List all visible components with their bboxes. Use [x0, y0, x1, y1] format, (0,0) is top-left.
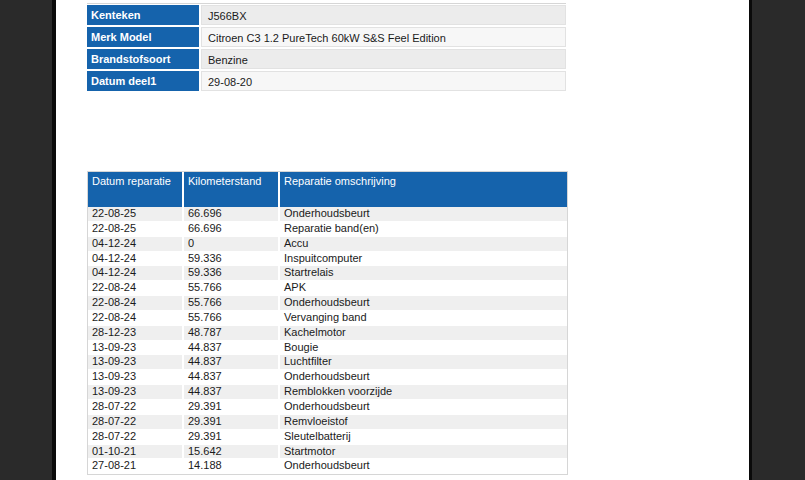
table-row: 13-09-2344.837Luchtfilter [88, 355, 567, 370]
cell-description: Onderhoudsbeurt [280, 459, 567, 473]
cell-description: Onderhoudsbeurt [280, 296, 567, 310]
cell-description: Inspuitcomputer [280, 252, 567, 266]
cell-date: 28-12-23 [88, 326, 184, 340]
info-label-merk-model: Merk Model [87, 27, 199, 47]
column-header-reparatie-omschrijving: Reparatie omschrijving [280, 172, 567, 207]
cell-odometer: 44.837 [184, 341, 280, 355]
cell-date: 22-08-24 [88, 281, 184, 295]
info-row: Merk Model Citroen C3 1.2 PureTech 60kW … [87, 27, 566, 47]
cell-odometer: 29.391 [184, 415, 280, 429]
cell-odometer: 44.837 [184, 355, 280, 369]
cell-description: APK [280, 281, 567, 295]
repair-rows: 22-08-2566.696Onderhoudsbeurt22-08-2566.… [88, 207, 567, 474]
table-row: 04-12-2459.336Startrelais [88, 266, 567, 281]
cell-odometer: 44.837 [184, 385, 280, 399]
cell-date: 13-09-23 [88, 370, 184, 384]
table-row: 22-08-2455.766Onderhoudsbeurt [88, 296, 567, 311]
cell-odometer: 48.787 [184, 326, 280, 340]
table-row: 04-12-240Accu [88, 237, 567, 252]
document-page: Kenteken J566BX Merk Model Citroen C3 1.… [52, 0, 752, 480]
cell-date: 04-12-24 [88, 266, 184, 280]
info-value-brandstofsoort: Benzine [201, 49, 566, 69]
table-row: 28-07-2229.391Remvloeistof [88, 415, 567, 430]
table-row: 28-07-2229.391Onderhoudsbeurt [88, 400, 567, 415]
table-row: 01-10-2115.642Startmotor [88, 445, 567, 460]
repair-table-header: Datum reparatie Kilometerstand Reparatie… [88, 172, 567, 207]
viewer-background: Kenteken J566BX Merk Model Citroen C3 1.… [0, 0, 805, 480]
cell-date: 04-12-24 [88, 252, 184, 266]
cell-odometer: 15.642 [184, 445, 280, 459]
column-header-datum-reparatie: Datum reparatie [88, 172, 184, 207]
cell-date: 28-07-22 [88, 400, 184, 414]
table-row: 13-09-2344.837Onderhoudsbeurt [88, 370, 567, 385]
cell-description: Remblokken voorzijde [280, 385, 567, 399]
cell-date: 13-09-23 [88, 385, 184, 399]
cell-date: 22-08-25 [88, 222, 184, 236]
cell-odometer: 66.696 [184, 222, 280, 236]
cell-date: 22-08-24 [88, 311, 184, 325]
table-row: 27-08-2114.188Onderhoudsbeurt [88, 459, 567, 474]
vehicle-info-table: Kenteken J566BX Merk Model Citroen C3 1.… [87, 3, 566, 93]
cell-date: 22-08-24 [88, 296, 184, 310]
cell-odometer: 55.766 [184, 311, 280, 325]
cell-description: Onderhoudsbeurt [280, 400, 567, 414]
cell-description: Startmotor [280, 445, 567, 459]
cell-odometer: 66.696 [184, 207, 280, 221]
cell-date: 22-08-25 [88, 207, 184, 221]
cell-odometer: 44.837 [184, 370, 280, 384]
info-value-datum-deel1: 29-08-20 [201, 71, 566, 91]
info-row: Datum deel1 29-08-20 [87, 71, 566, 91]
table-row: 22-08-2455.766Vervanging band [88, 311, 567, 326]
cell-date: 28-07-22 [88, 430, 184, 444]
info-value-merk-model: Citroen C3 1.2 PureTech 60kW S&S Feel Ed… [201, 27, 566, 47]
cell-odometer: 55.766 [184, 281, 280, 295]
cell-date: 04-12-24 [88, 237, 184, 251]
table-row: 22-08-2566.696Reparatie band(en) [88, 222, 567, 237]
cell-odometer: 0 [184, 237, 280, 251]
cell-date: 01-10-21 [88, 445, 184, 459]
info-row: Brandstofsoort Benzine [87, 49, 566, 69]
cell-description: Sleutelbatterij [280, 430, 567, 444]
cell-description: Accu [280, 237, 567, 251]
info-label-brandstofsoort: Brandstofsoort [87, 49, 199, 69]
cell-description: Startrelais [280, 266, 567, 280]
cell-odometer: 29.391 [184, 400, 280, 414]
cell-date: 13-09-23 [88, 341, 184, 355]
table-row: 28-12-2348.787Kachelmotor [88, 326, 567, 341]
info-row: Kenteken J566BX [87, 5, 566, 25]
cell-description: Kachelmotor [280, 326, 567, 340]
cell-odometer: 14.188 [184, 459, 280, 473]
table-row: 28-07-2229.391Sleutelbatterij [88, 430, 567, 445]
cell-date: 28-07-22 [88, 415, 184, 429]
table-row: 13-09-2344.837Remblokken voorzijde [88, 385, 567, 400]
cell-odometer: 29.391 [184, 430, 280, 444]
cell-odometer: 59.336 [184, 252, 280, 266]
cell-description: Onderhoudsbeurt [280, 370, 567, 384]
cell-odometer: 55.766 [184, 296, 280, 310]
cell-description: Vervanging band [280, 311, 567, 325]
cell-description: Luchtfilter [280, 355, 567, 369]
cell-description: Reparatie band(en) [280, 222, 567, 236]
info-value-kenteken: J566BX [201, 5, 566, 25]
info-label-kenteken: Kenteken [87, 5, 199, 25]
cell-date: 27-08-21 [88, 459, 184, 473]
repair-history-table: Datum reparatie Kilometerstand Reparatie… [87, 171, 568, 475]
table-row: 22-08-2566.696Onderhoudsbeurt [88, 207, 567, 222]
cell-date: 13-09-23 [88, 355, 184, 369]
cell-description: Bougie [280, 341, 567, 355]
cell-odometer: 59.336 [184, 266, 280, 280]
cell-description: Onderhoudsbeurt [280, 207, 567, 221]
column-header-kilometerstand: Kilometerstand [184, 172, 280, 207]
table-row: 04-12-2459.336Inspuitcomputer [88, 252, 567, 267]
table-row: 13-09-2344.837Bougie [88, 341, 567, 356]
cell-description: Remvloeistof [280, 415, 567, 429]
table-row: 22-08-2455.766APK [88, 281, 567, 296]
info-label-datum-deel1: Datum deel1 [87, 71, 199, 91]
